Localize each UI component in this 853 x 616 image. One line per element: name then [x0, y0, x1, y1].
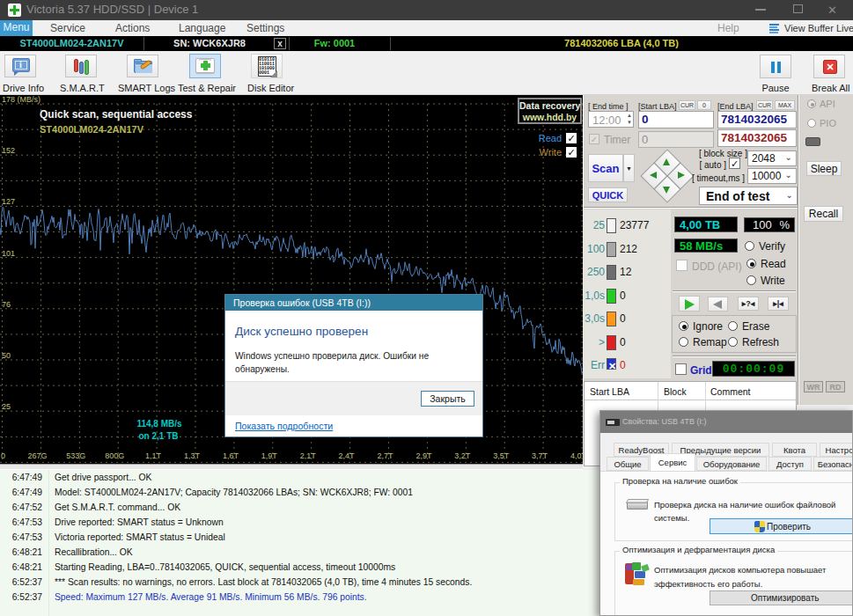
- svg-text:1,9T: 1,9T: [261, 451, 278, 460]
- svg-text:127: 127: [2, 197, 15, 206]
- svg-text:178 (MB/s): 178 (MB/s): [2, 95, 40, 104]
- svg-text:3,2T: 3,2T: [454, 451, 471, 460]
- svg-text:101: 101: [2, 249, 15, 258]
- svg-text:0: 0: [1, 451, 5, 460]
- svg-text:3,5T: 3,5T: [493, 451, 510, 460]
- svg-text:114,8 MB/s: 114,8 MB/s: [136, 419, 182, 429]
- svg-text:152: 152: [2, 146, 15, 155]
- svg-text:2,9T: 2,9T: [415, 451, 432, 460]
- svg-text:25: 25: [2, 402, 11, 411]
- svg-text:2,4T: 2,4T: [339, 451, 356, 460]
- svg-text:267G: 267G: [27, 451, 47, 460]
- svg-text:1,6T: 1,6T: [223, 451, 239, 460]
- svg-text:1,3T: 1,3T: [184, 451, 201, 460]
- svg-text:800G: 800G: [105, 451, 124, 460]
- svg-text:76: 76: [2, 300, 11, 309]
- svg-text:4,0T: 4,0T: [570, 451, 583, 460]
- svg-text:1,1T: 1,1T: [145, 451, 162, 460]
- svg-text:50: 50: [2, 351, 11, 360]
- svg-text:2,1T: 2,1T: [300, 451, 317, 460]
- svg-text:2,7T: 2,7T: [377, 451, 393, 460]
- svg-text:533G: 533G: [66, 451, 85, 460]
- svg-text:3,7T: 3,7T: [532, 451, 548, 460]
- svg-text:on 2,1 TB: on 2,1 TB: [138, 431, 178, 441]
